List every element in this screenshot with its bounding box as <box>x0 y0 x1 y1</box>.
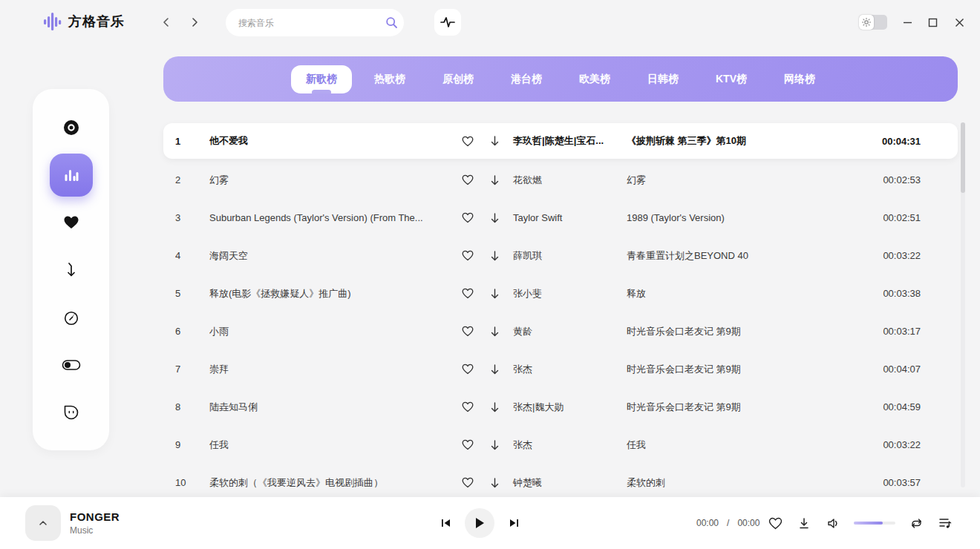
sidebar-item-explore[interactable] <box>33 294 109 341</box>
maximize-button[interactable] <box>924 13 941 31</box>
now-playing-subtitle: Music <box>70 525 120 536</box>
song-album: 任我 <box>627 438 861 452</box>
download-icon[interactable] <box>481 477 508 489</box>
audio-effects-button[interactable] <box>434 9 461 36</box>
favorite-heart-icon[interactable] <box>454 439 481 450</box>
compass-icon <box>62 309 80 326</box>
tab-ktv[interactable]: KTV榜 <box>697 56 765 102</box>
previous-icon <box>440 518 451 528</box>
scrollbar-thumb[interactable] <box>961 122 965 193</box>
song-artist: 张杰|魏大勋 <box>508 401 627 414</box>
previous-track-button[interactable] <box>437 514 454 532</box>
song-artist: 花欲燃 <box>508 174 627 187</box>
song-rank: 4 <box>175 250 209 261</box>
tab-western[interactable]: 欧美榜 <box>561 56 629 102</box>
forward-button[interactable] <box>186 13 203 31</box>
sidebar-item-downloads[interactable] <box>33 246 109 294</box>
sidebar-item-feedback[interactable] <box>33 389 109 436</box>
song-row[interactable]: 8 陆垚知马俐 张杰|魏大勋 时光音乐会口老友记 第9期 00:04:59 <box>163 388 958 426</box>
favorite-heart-icon[interactable] <box>454 364 481 375</box>
song-rank: 3 <box>175 212 209 223</box>
playlist-icon <box>938 517 952 529</box>
song-row[interactable]: 10 柔软的刺（《我要逆风去》电视剧插曲） 钟楚曦 柔软的刺 00:03:57 <box>163 464 958 502</box>
chevron-up-icon <box>38 519 48 527</box>
sidebar-item-rank[interactable] <box>33 151 109 199</box>
song-row[interactable]: 5 释放(电影《拯救嫌疑人》推广曲) 张小斐 释放 00:03:38 <box>163 274 958 312</box>
favorite-heart-icon[interactable] <box>454 288 481 299</box>
expand-player-button[interactable] <box>25 505 61 541</box>
download-icon[interactable] <box>481 135 508 147</box>
search-input[interactable] <box>226 18 379 28</box>
tab-network[interactable]: 网络榜 <box>765 56 834 102</box>
theme-toggle[interactable] <box>859 15 887 30</box>
song-artist: Taylor Swift <box>508 212 627 223</box>
favorite-heart-icon[interactable] <box>454 326 481 337</box>
song-title: 海阔天空 <box>209 249 454 263</box>
next-track-button[interactable] <box>505 514 523 532</box>
song-title: 小雨 <box>209 325 454 338</box>
download-icon[interactable] <box>481 288 508 300</box>
sidebar-item-favorites[interactable] <box>33 199 109 246</box>
close-button[interactable] <box>950 13 968 31</box>
tab-hk-tw[interactable]: 港台榜 <box>492 56 561 102</box>
song-duration: 00:03:22 <box>861 439 921 450</box>
maximize-icon <box>928 18 938 27</box>
theme-toggle-knob <box>859 15 874 30</box>
download-icon[interactable] <box>481 174 508 186</box>
tab-new-songs[interactable]: 新歌榜 <box>287 56 356 102</box>
sidebar <box>33 89 109 450</box>
scrollbar <box>961 122 965 487</box>
tab-hot-songs[interactable]: 热歌榜 <box>356 56 424 102</box>
download-icon[interactable] <box>481 250 508 262</box>
tab-jp-kr[interactable]: 日韩榜 <box>629 56 697 102</box>
download-icon[interactable] <box>481 364 508 375</box>
song-artist: 黄龄 <box>508 325 627 338</box>
download-icon[interactable] <box>481 401 508 413</box>
favorite-heart-icon[interactable] <box>454 174 481 185</box>
song-album: 时光音乐会口老友记 第9期 <box>627 325 861 338</box>
current-time: 00:00 <box>696 518 719 528</box>
song-row[interactable]: 2 幻雾 花欲燃 幻雾 00:02:53 <box>163 161 958 199</box>
song-title: 柔软的刺（《我要逆风去》电视剧插曲） <box>209 476 454 490</box>
minimize-button[interactable] <box>898 13 916 31</box>
song-rank: 8 <box>175 401 209 412</box>
volume-slider[interactable] <box>854 522 895 525</box>
download-icon[interactable] <box>481 439 508 451</box>
download-icon[interactable] <box>481 212 508 224</box>
sidebar-item-settings-toggle[interactable] <box>33 341 109 389</box>
volume-fill <box>854 522 883 525</box>
song-row[interactable]: 3 Suburban Legends (Taylor's Version) (F… <box>163 199 958 237</box>
song-row[interactable]: 1 他不爱我 李玖哲|陈楚生|宝石... 《披荆斩棘 第三季》第10期 00:0… <box>163 123 958 159</box>
search-icon[interactable] <box>379 9 404 36</box>
favorite-heart-icon[interactable] <box>454 401 481 412</box>
play-button[interactable] <box>465 508 494 538</box>
favorite-track-button[interactable] <box>767 515 783 531</box>
tab-original[interactable]: 原创榜 <box>424 56 492 102</box>
song-title: 释放(电影《拯救嫌疑人》推广曲) <box>209 287 454 300</box>
song-row[interactable]: 7 崇拜 张杰 时光音乐会口老友记 第9期 00:04:07 <box>163 350 958 388</box>
player-right-controls <box>767 497 953 549</box>
now-playing-title: FONGER <box>70 510 120 523</box>
song-row[interactable]: 9 任我 张杰 任我 00:03:22 <box>163 426 958 464</box>
repeat-mode-button[interactable] <box>908 515 924 531</box>
song-album: 幻雾 <box>627 174 861 187</box>
download-icon[interactable] <box>481 326 508 338</box>
search-bar[interactable] <box>226 9 404 36</box>
favorite-heart-icon[interactable] <box>454 136 481 147</box>
close-icon <box>955 18 964 27</box>
volume-button[interactable] <box>825 515 841 531</box>
favorite-heart-icon[interactable] <box>454 212 481 223</box>
back-button[interactable] <box>157 13 175 31</box>
song-row[interactable]: 4 海阔天空 薛凯琪 青春重置计划之BEYOND 40 00:03:22 <box>163 237 958 274</box>
sidebar-item-discover[interactable] <box>33 104 109 151</box>
app-logo: 方格音乐 <box>43 11 125 32</box>
playlist-button[interactable] <box>937 515 953 531</box>
download-track-button[interactable] <box>796 515 812 531</box>
song-row[interactable]: 6 小雨 黄龄 时光音乐会口老友记 第9期 00:03:17 <box>163 312 958 350</box>
song-artist: 张杰 <box>508 438 627 452</box>
song-duration: 00:03:38 <box>861 288 921 299</box>
rank-active-button <box>50 154 93 197</box>
favorite-heart-icon[interactable] <box>454 477 481 488</box>
tab-label: 欧美榜 <box>579 73 610 86</box>
favorite-heart-icon[interactable] <box>454 250 481 261</box>
